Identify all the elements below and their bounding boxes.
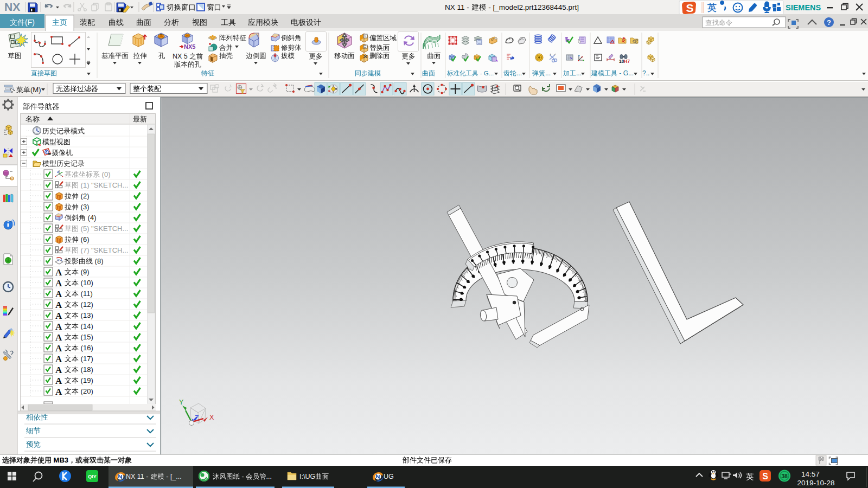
svg-text:(4): (4): [88, 214, 97, 222]
svg-text:S: S: [686, 2, 694, 14]
svg-text:A: A: [55, 376, 62, 386]
svg-text:QIY: QIY: [88, 474, 97, 479]
svg-text:A: A: [55, 332, 62, 343]
svg-text:(20): (20): [81, 387, 93, 395]
svg-text:NX: NX: [4, 1, 20, 13]
svg-text:A: A: [55, 343, 62, 354]
svg-text:(3): (3): [81, 203, 90, 211]
svg-text:(16): (16): [81, 344, 93, 352]
svg-text:H7: H7: [624, 59, 630, 64]
svg-text:S: S: [762, 472, 768, 481]
svg-text:(8): (8): [95, 257, 104, 265]
svg-text:...: ...: [545, 69, 551, 77]
svg-text:MB3: MB3: [54, 456, 68, 464]
svg-text:(14): (14): [81, 322, 93, 330]
svg-text:A: A: [55, 278, 62, 288]
svg-text:(13): (13): [81, 311, 93, 319]
svg-text:(12): (12): [81, 300, 93, 309]
svg-text:A: A: [55, 365, 62, 375]
svg-text:?: ?: [827, 18, 831, 27]
svg-text:A: A: [55, 387, 62, 397]
svg-text:X: X: [209, 414, 214, 421]
svg-text:Z: Z: [195, 414, 199, 422]
svg-text:(19): (19): [81, 376, 93, 384]
svg-text:(0): (0): [102, 170, 111, 178]
svg-text:(2): (2): [81, 192, 90, 200]
svg-text:(15): (15): [81, 333, 93, 341]
svg-text:I:\UG: I:\UG: [299, 473, 315, 480]
svg-text:...: ...: [266, 473, 272, 480]
svg-text:(6): (6): [81, 235, 90, 243]
svg-text:?..: ?..: [642, 69, 649, 77]
svg-text:- G...: - G...: [480, 70, 494, 76]
svg-text:SIEMENS: SIEMENS: [786, 3, 821, 12]
svg-text:(17): (17): [81, 355, 93, 363]
svg-text:-: -: [242, 473, 246, 480]
svg-text:(10): (10): [81, 279, 93, 287]
svg-text:(5) "SKETCH...: (5) "SKETCH...: [81, 224, 129, 233]
svg-text:2019-10-28: 2019-10-28: [797, 479, 835, 487]
svg-text:- G...: - G...: [619, 69, 634, 77]
svg-text:NX5: NX5: [184, 43, 195, 50]
svg-text:UG: UG: [384, 473, 394, 480]
svg-text:- [_model2.prt12368445.prt]: - [_model2.prt12368445.prt]: [488, 3, 579, 11]
svg-text:(1) "SKETCH...: (1) "SKETCH...: [81, 181, 129, 189]
svg-text:(9): (9): [81, 268, 90, 276]
svg-text:NX 5: NX 5: [173, 53, 189, 60]
svg-text:...: ...: [576, 69, 582, 77]
svg-text:NX 11 -: NX 11 -: [445, 3, 471, 11]
svg-text:38: 38: [781, 473, 788, 479]
svg-text:...: ...: [516, 69, 522, 77]
svg-text:NX 11 -: NX 11 -: [126, 473, 150, 480]
svg-text:A: A: [55, 289, 62, 299]
svg-text:14:57: 14:57: [801, 470, 820, 478]
svg-text:(18): (18): [81, 365, 93, 374]
svg-text:A: A: [55, 300, 62, 310]
svg-text:(F): (F): [25, 18, 35, 27]
svg-text:A: A: [55, 322, 62, 332]
svg-text:A: A: [55, 267, 62, 278]
svg-text:(7) "SKETCH...: (7) "SKETCH...: [81, 246, 129, 254]
svg-text:Y: Y: [179, 399, 184, 406]
svg-text:A: A: [55, 354, 62, 364]
svg-text:(11): (11): [81, 290, 93, 298]
svg-text:A: A: [55, 311, 62, 321]
svg-text:- [_...: - [_...: [166, 473, 181, 480]
svg-text:(M): (M): [30, 86, 41, 94]
